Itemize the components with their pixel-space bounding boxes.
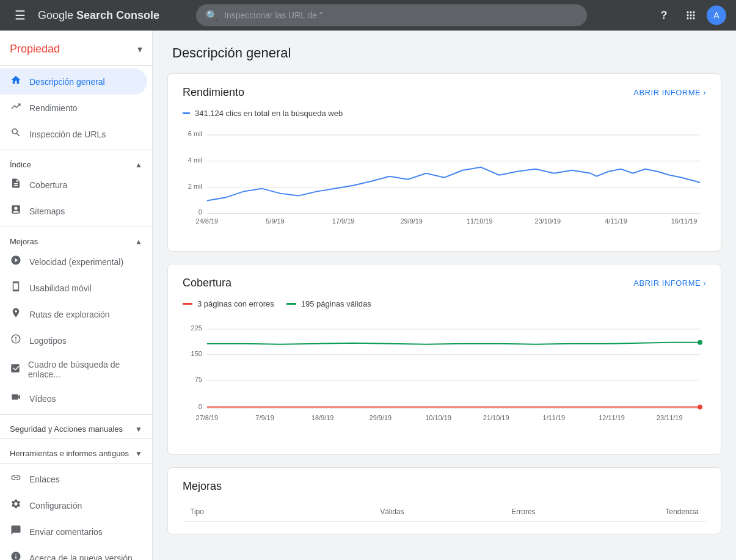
sidebar-label-inspeccion: Inspección de URLs — [29, 129, 106, 139]
mejoras-table-head: Tipo Válidas Errores Tendencia — [183, 503, 706, 522]
user-avatar[interactable]: A — [707, 5, 726, 25]
rendimiento-chart-svg: 6 mil 4 mil 2 mil 0 24/8/19 5/9/19 17/9/… — [183, 128, 706, 237]
sidebar-item-cobertura[interactable]: Cobertura — [0, 172, 147, 198]
property-name: Propiedad — [10, 43, 137, 56]
sidebar-label-descripcion: Descripción general — [29, 77, 105, 87]
home-icon — [10, 75, 22, 89]
menu-icon[interactable]: ☰ — [10, 3, 31, 27]
svg-text:4 mil: 4 mil — [188, 156, 202, 164]
coverage-icon — [10, 178, 22, 192]
sidebar-item-rendimiento[interactable]: Rendimiento — [0, 95, 147, 121]
section-indice-label: Índice — [10, 160, 31, 169]
svg-text:0: 0 — [199, 404, 202, 411]
svg-text:6 mil: 6 mil — [188, 130, 202, 137]
svg-text:21/10/19: 21/10/19 — [483, 415, 509, 422]
svg-text:225: 225 — [191, 324, 202, 332]
section-seguridad-chevron: ▼ — [135, 425, 142, 434]
search-bar: 🔍 — [196, 4, 587, 26]
cobertura-legend: 3 páginas con errores 195 páginas válida… — [183, 299, 706, 308]
svg-text:150: 150 — [191, 350, 202, 357]
video-icon — [10, 391, 22, 405]
property-selector[interactable]: Propiedad ▾ — [0, 35, 152, 63]
svg-text:29/9/19: 29/9/19 — [370, 415, 392, 422]
sidebar-item-enlaces[interactable]: Enlaces — [0, 466, 147, 492]
section-mejoras[interactable]: Mejoras ▲ — [0, 230, 152, 249]
svg-text:1/11/19: 1/11/19 — [543, 415, 566, 422]
sidebar-item-logotipos[interactable]: Logotipos — [0, 327, 147, 354]
rendimiento-open-report-link[interactable]: ABRIR INFORME › — [633, 88, 706, 97]
search-icon: 🔍 — [206, 10, 218, 21]
legend-dot-green — [286, 303, 296, 305]
rendimiento-title: Rendimiento — [183, 86, 244, 99]
sidebar-label-videos: Vídeos — [29, 394, 56, 404]
section-seguridad[interactable]: Seguridad y Acciones manuales ▼ — [0, 417, 152, 436]
mejoras-col-errores: Errores — [411, 503, 542, 522]
sidebar-item-usabilidad-movil[interactable]: Usabilidad móvil — [0, 275, 147, 301]
app-logo: Google Search Console — [38, 9, 159, 22]
legend-dot-red — [183, 303, 192, 305]
cobertura-chart-svg: 225 150 75 0 — [183, 318, 706, 440]
settings-icon — [10, 498, 22, 512]
rendimiento-legend-label: 341.124 clics en total en la búsqueda we… — [195, 109, 343, 118]
section-herramientas[interactable]: Herramientas e informes antiguos ▼ — [0, 442, 152, 460]
sidebar-divider-3 — [0, 414, 152, 415]
sidebar-divider-top — [0, 65, 152, 66]
svg-text:18/9/19: 18/9/19 — [312, 415, 334, 422]
apps-button[interactable] — [680, 4, 702, 26]
section-mejoras-label: Mejoras — [10, 237, 38, 246]
sidebar-label-cuadro: Cuadro de búsqueda de enlace... — [28, 360, 137, 379]
cobertura-legend-valid: 195 páginas válidas — [301, 299, 371, 308]
sidebar-label-acerca: Acerca de la nueva versión — [29, 553, 133, 561]
search-input[interactable] — [224, 10, 577, 20]
sidebar: Propiedad ▾ Descripción general Rendimie… — [0, 31, 153, 560]
sidebar-label-configuracion: Configuración — [29, 501, 82, 511]
svg-text:5/9/19: 5/9/19 — [266, 217, 284, 225]
card-mejoras-header: Mejoras — [183, 480, 706, 493]
sidebar-label-logotipos: Logotipos — [29, 336, 67, 346]
info-icon — [10, 551, 22, 560]
mejoras-col-tipo: Tipo — [183, 503, 280, 522]
sidebar-item-videos[interactable]: Vídeos — [0, 385, 147, 412]
help-button[interactable]: ? — [653, 4, 675, 26]
sidebar-item-comentarios[interactable]: Enviar comentarios — [0, 518, 147, 545]
sidebar-label-sitemaps: Sitemaps — [29, 206, 65, 216]
mobile-icon — [10, 281, 22, 295]
sidebar-item-sitemaps[interactable]: Sitemaps — [0, 198, 147, 224]
mejoras-title: Mejoras — [183, 480, 222, 493]
feedback-icon — [10, 525, 22, 539]
sidebar-item-inspeccion-urls[interactable]: Inspección de URLs — [0, 121, 147, 147]
section-seguridad-label: Seguridad y Acciones manuales — [10, 424, 123, 434]
logo-icon — [10, 333, 22, 347]
section-indice-chevron: ▲ — [135, 161, 142, 169]
sidebar-item-acerca[interactable]: Acerca de la nueva versión — [0, 545, 147, 560]
svg-text:27/8/19: 27/8/19 — [196, 415, 219, 422]
apps-icon — [685, 9, 697, 21]
mejoras-table: Tipo Válidas Errores Tendencia — [183, 503, 706, 522]
sidebar-item-cuadro-busqueda[interactable]: Cuadro de búsqueda de enlace... — [0, 354, 147, 385]
sidebar-divider-4 — [0, 438, 152, 439]
links-icon — [10, 472, 22, 486]
sidebar-label-rutas: Rutas de exploración — [29, 310, 110, 319]
card-cobertura-header: Cobertura ABRIR INFORME › — [183, 277, 706, 289]
chevron-right-icon: › — [703, 88, 706, 97]
section-mejoras-chevron: ▲ — [135, 238, 142, 246]
cobertura-open-report-link[interactable]: ABRIR INFORME › — [633, 278, 706, 288]
sidebar-item-velocidad[interactable]: Velocidad (experimental) — [0, 249, 147, 275]
svg-text:2 mil: 2 mil — [188, 183, 202, 190]
sidebar-item-rutas-exploracion[interactable]: Rutas de exploración — [0, 301, 147, 327]
sidebar-divider-1 — [0, 150, 152, 150]
trending-icon — [10, 101, 22, 115]
svg-text:7/9/19: 7/9/19 — [255, 415, 274, 422]
svg-text:11/10/19: 11/10/19 — [467, 217, 493, 225]
svg-text:4/11/19: 4/11/19 — [605, 217, 627, 225]
svg-text:17/9/19: 17/9/19 — [332, 217, 355, 225]
page-title: Descripción general — [167, 45, 721, 61]
card-rendimiento: Rendimiento ABRIR INFORME › 341.124 clic… — [167, 73, 721, 252]
sidebar-item-configuracion[interactable]: Configuración — [0, 492, 147, 518]
section-indice[interactable]: Índice ▲ — [0, 153, 152, 172]
sidebar-item-descripcion-general[interactable]: Descripción general — [0, 68, 147, 95]
main-content: Descripción general Rendimiento ABRIR IN… — [153, 31, 736, 560]
routes-icon — [10, 307, 22, 321]
mejoras-col-tendencia: Tendencia — [543, 503, 706, 522]
svg-text:16/11/19: 16/11/19 — [671, 217, 698, 225]
